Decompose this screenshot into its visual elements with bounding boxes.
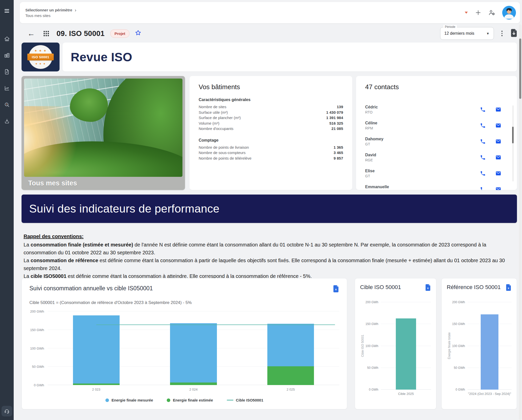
chevron-right-icon: › bbox=[75, 8, 76, 12]
breadcrumb-label[interactable]: Sélectionner un périmètre bbox=[25, 8, 72, 12]
contact-name: Emmanuelle bbox=[365, 185, 389, 189]
analytics-icon[interactable] bbox=[0, 81, 14, 95]
y-axis-label: Cible ISO 50001 bbox=[361, 335, 364, 357]
star-icon[interactable] bbox=[135, 29, 142, 37]
search-history-icon[interactable] bbox=[0, 98, 14, 111]
phone-icon[interactable] bbox=[480, 107, 486, 112]
y-tick: 50 GWh bbox=[454, 366, 465, 370]
legend-swatch bbox=[167, 398, 170, 402]
buildings-icon[interactable] bbox=[0, 48, 14, 62]
contacts-panel: 47 contacts Cédric RTO Céline RPM bbox=[356, 76, 517, 190]
legend-label: Energie finale estimée bbox=[173, 398, 213, 402]
x-tick: 2 024 bbox=[145, 388, 242, 391]
conventions-block: Rappel des conventions: La consommation … bbox=[24, 234, 518, 280]
stat-value: 1 430 079 bbox=[326, 110, 343, 115]
x-axis-labels: 2 0232 0242 025 bbox=[48, 388, 339, 391]
legend-item[interactable]: Energie finale mesurée bbox=[105, 398, 153, 402]
mail-icon[interactable] bbox=[495, 186, 501, 190]
phone-icon[interactable] bbox=[480, 155, 486, 160]
bar-mesuree[interactable] bbox=[267, 324, 314, 366]
stat-label: Nombre de points de livraison bbox=[199, 145, 249, 150]
page-scrollbar-thumb[interactable] bbox=[519, 39, 521, 99]
support-icon[interactable] bbox=[2, 406, 12, 416]
seal-stars: ★ ★ ★ bbox=[29, 49, 52, 52]
bar[interactable] bbox=[481, 314, 498, 390]
phone-icon[interactable] bbox=[480, 139, 486, 144]
import-icon[interactable] bbox=[0, 114, 14, 128]
y-tick: 0 GWh bbox=[34, 383, 44, 387]
mail-icon[interactable] bbox=[495, 107, 501, 112]
bar-group bbox=[145, 311, 242, 385]
y-axis-label: Énergie finale totale bbox=[448, 332, 451, 359]
period-select-label: Période bbox=[443, 25, 457, 29]
bar-mesuree[interactable] bbox=[73, 315, 120, 384]
y-tick: 150 GWh bbox=[365, 322, 378, 326]
sidebar bbox=[0, 0, 14, 420]
period-select[interactable]: Période 12 derniers mois ▼ bbox=[440, 27, 494, 40]
mail-icon[interactable] bbox=[495, 123, 501, 128]
bar-estimee[interactable] bbox=[267, 366, 314, 385]
stat-row: Volume (m³)516 325 bbox=[199, 121, 343, 126]
legend-item[interactable]: Cible ISO50001 bbox=[227, 398, 263, 402]
back-icon[interactable]: ← bbox=[27, 30, 35, 37]
y-tick: 200 GWh bbox=[30, 310, 44, 313]
avatar[interactable] bbox=[502, 6, 516, 20]
svg-text:x: x bbox=[508, 287, 509, 290]
stat-value: 3 465 bbox=[333, 150, 343, 156]
apps-grid-icon[interactable] bbox=[44, 31, 49, 36]
convention-line: La consommation de référence est définie… bbox=[24, 257, 518, 272]
contact-row: Céline RPM bbox=[365, 118, 508, 133]
plus-icon[interactable] bbox=[475, 9, 481, 16]
y-tick: 150 GWh bbox=[452, 322, 465, 326]
contact-role: GT bbox=[365, 142, 383, 146]
iso-badge-card: ★ ★ ★ ISO 50001 ★ ★ ★ bbox=[22, 43, 60, 71]
y-tick: 100 GWh bbox=[30, 346, 44, 350]
phone-icon[interactable] bbox=[480, 170, 486, 176]
contact-name: Céline bbox=[365, 121, 377, 125]
documents-icon[interactable] bbox=[0, 65, 14, 79]
file-export-icon[interactable] bbox=[510, 29, 518, 38]
home-icon[interactable] bbox=[0, 32, 14, 46]
phone-icon[interactable] bbox=[480, 186, 486, 190]
bar-estimee[interactable] bbox=[170, 383, 217, 385]
mail-icon[interactable] bbox=[495, 139, 501, 144]
dropdown-caret-icon[interactable] bbox=[465, 12, 468, 14]
target-line bbox=[96, 324, 335, 325]
bar-mesuree[interactable] bbox=[170, 323, 217, 383]
contact-role: RPM bbox=[365, 126, 377, 130]
stat-label: Nombre d'occupants bbox=[199, 126, 233, 131]
y-tick: 100 GWh bbox=[452, 344, 465, 348]
breadcrumb-scope[interactable]: Tous mes sites bbox=[25, 13, 76, 18]
excel-export-icon[interactable]: x bbox=[333, 285, 339, 294]
menu-icon[interactable] bbox=[0, 4, 14, 18]
hero-title: Revue ISO bbox=[71, 50, 132, 64]
legend-item[interactable]: Energie finale estimée bbox=[167, 398, 213, 402]
stat-value: 1 365 bbox=[333, 145, 343, 150]
contacts-scrollbar-thumb[interactable] bbox=[512, 127, 514, 143]
contacts-scrollbar-track bbox=[513, 105, 513, 181]
breadcrumb[interactable]: Sélectionner un périmètre › Tous mes sit… bbox=[25, 8, 76, 18]
y-tick: 0 GWh bbox=[369, 388, 378, 391]
stat-value: 1 391 984 bbox=[326, 115, 343, 121]
project-badge[interactable]: Projet bbox=[110, 29, 130, 38]
user-settings-icon[interactable] bbox=[489, 9, 495, 16]
excel-export-icon[interactable]: x bbox=[506, 284, 512, 292]
contact-name: Elise bbox=[365, 169, 375, 173]
stat-row: Nombre de sites139 bbox=[199, 104, 343, 110]
y-axis-ticks: 0 GWh50 GWh100 GWh150 GWh200 GWh bbox=[29, 311, 48, 385]
chart-plot bbox=[48, 311, 339, 385]
mail-icon[interactable] bbox=[495, 155, 501, 160]
kebab-icon[interactable] bbox=[500, 30, 504, 37]
excel-export-icon[interactable]: x bbox=[425, 284, 431, 292]
bar-estimee[interactable] bbox=[73, 384, 120, 385]
svg-text:x: x bbox=[335, 288, 337, 291]
stat-row: Nombre de points de livraison1 365 bbox=[199, 145, 343, 150]
bar[interactable] bbox=[396, 318, 416, 390]
stat-row: Surface de plancher (m²)1 391 984 bbox=[199, 115, 343, 121]
buildings-title: Vos bâtiments bbox=[199, 83, 343, 91]
y-tick: 200 GWh bbox=[365, 300, 378, 304]
mail-icon[interactable] bbox=[495, 170, 501, 176]
phone-icon[interactable] bbox=[480, 123, 486, 128]
stat-label: Nombre de sites bbox=[199, 104, 226, 110]
chart-card-cible: Cible ISO 50001 x Cible ISO 50001 0 GWh5… bbox=[355, 278, 436, 409]
